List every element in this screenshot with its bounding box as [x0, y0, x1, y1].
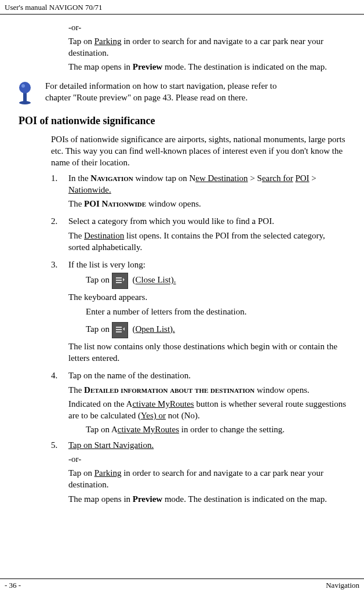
top-block: -or- Tap on Parking in order to search f… [68, 21, 354, 73]
svg-point-3 [21, 84, 25, 88]
step2-line2: The Destination list opens. It contains … [68, 230, 348, 254]
body-block: POIs of nationwide significance are airp… [51, 133, 354, 507]
svg-rect-4 [116, 277, 122, 279]
step-5: 5. Tap on Start Navigation. -or- Tap on … [51, 439, 348, 507]
header-title: User's manual NAVIGON 70/71 [5, 3, 103, 12]
preview-text: The map opens in Preview mode. The desti… [68, 61, 354, 73]
parking-text: Tap on Parking in order to search for an… [68, 35, 354, 59]
or-text: -or- [68, 21, 354, 33]
open-list-label: (Open List). [133, 324, 175, 334]
step3-enter: Enter a number of letters from the desti… [86, 306, 348, 317]
step-num: 1. [51, 172, 68, 212]
page-number: - 36 - [5, 580, 21, 591]
step4-line4: Tap on Activate MyRoutes in order to cha… [86, 424, 348, 435]
step3-listnow: The list now contains only those destina… [68, 341, 348, 364]
step4-line3: Indicated on the Activate MyRoutes butto… [68, 398, 348, 422]
pushpin-icon [15, 80, 35, 106]
step5-line2: Tap on Parking in order to search for an… [68, 467, 348, 491]
step-4: 4. Tap on the name of the destination. T… [51, 370, 348, 435]
svg-rect-9 [116, 331, 122, 332]
step4-line2: The Detailed information about the desti… [68, 384, 348, 396]
step-num: 4. [51, 370, 68, 435]
step5-line1: Tap on Start Navigation. [68, 439, 348, 451]
section-heading: POI of nationwide significance [19, 114, 354, 128]
svg-rect-5 [116, 280, 122, 281]
step-num: 5. [51, 439, 68, 507]
close-list-label: (Close List). [133, 276, 176, 285]
footer-section: Navigation [326, 580, 359, 591]
intro-text: POIs of nationwide significance are airp… [51, 133, 348, 169]
svg-rect-7 [116, 327, 122, 328]
step3-kb: The keyboard appears. [68, 291, 348, 303]
svg-rect-8 [116, 329, 122, 330]
step-num: 3. [51, 259, 68, 366]
footer: - 36 - Navigation [0, 578, 364, 591]
info-line1: For detailed information on how to start… [45, 80, 348, 92]
step3-line1: If the list is very long: [68, 259, 348, 270]
open-list-icon[interactable] [112, 322, 128, 338]
step5-line3: The map opens in Preview mode. The desti… [68, 493, 348, 505]
header-bar: User's manual NAVIGON 70/71 [0, 0, 364, 15]
step2-line1: Select a category from which you would l… [68, 215, 348, 227]
step-3: 3. If the list is very long: Tap on (Clo… [51, 259, 348, 366]
step5-or: -or- [68, 453, 348, 465]
step1-line2: The POI Nationwide window opens. [68, 198, 348, 209]
info-line2: chapter "Route preview" on page 43. Plea… [45, 92, 348, 103]
close-list-icon[interactable] [112, 273, 128, 289]
svg-point-2 [19, 82, 31, 93]
info-note: For detailed information on how to start… [10, 80, 354, 106]
step1-line1: In the Navigation window tap on New Dest… [68, 172, 348, 196]
step-num: 2. [51, 215, 68, 255]
page-content: -or- Tap on Parking in order to search f… [0, 15, 364, 507]
step3-close: Tap on (Close List). [86, 273, 348, 289]
step-1: 1. In the Navigation window tap on New D… [51, 172, 348, 212]
svg-rect-6 [116, 282, 122, 283]
info-text: For detailed information on how to start… [45, 80, 354, 104]
step3-open: Tap on (Open List). [86, 322, 348, 338]
step4-line1: Tap on the name of the destination. [68, 370, 348, 381]
step-2: 2. Select a category from which you woul… [51, 215, 348, 255]
